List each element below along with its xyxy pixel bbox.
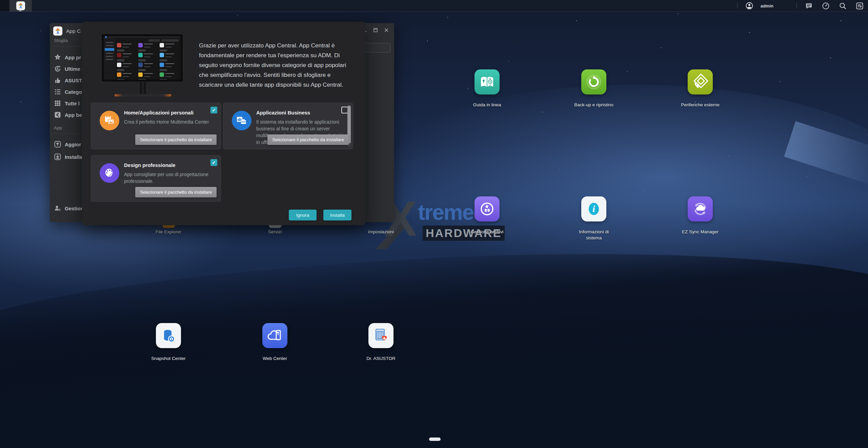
desktop-icon-label: Gestione archivi: [471, 229, 504, 235]
logged-in-user[interactable]: admin: [761, 3, 773, 8]
beta-apps-icon: [54, 111, 62, 119]
system-information-icon: i: [581, 196, 606, 221]
card-checkbox[interactable]: [210, 107, 217, 113]
business-icon: [232, 111, 251, 130]
user-management-icon: [54, 204, 62, 212]
monitor-stand: [140, 82, 146, 94]
svg-text:A: A: [19, 5, 22, 9]
web-center-icon: [262, 323, 287, 348]
asustor-logo-icon: A: [16, 1, 25, 10]
app-central-window-icon: A: [53, 26, 62, 36]
desktop-icon-external-devices[interactable]: Periferiche esterne: [678, 69, 722, 108]
desktop-icon-backup-restore[interactable]: Back-up e ripristino: [572, 69, 616, 108]
taskbar: A admin: [0, 0, 868, 12]
desktop-icon-ez-sync[interactable]: EZ Sync Manager: [678, 196, 722, 235]
ignore-button[interactable]: Ignora: [289, 210, 317, 220]
ez-sync-icon: [688, 196, 713, 221]
sidebar-header-browse: Sfoglia: [54, 38, 68, 43]
active-app-indicator: [19, 10, 22, 11]
design-icon: [100, 163, 119, 183]
close-icon[interactable]: [383, 27, 389, 33]
desktop-icon-system-information[interactable]: i Informazioni di sistema: [572, 196, 616, 241]
desktop-icon-web-center[interactable]: Web Center: [253, 323, 297, 362]
desktop-icon-label: Informazioni di sistema: [572, 229, 615, 241]
latest-apps-icon: A: [54, 65, 62, 73]
topbar-divider: [796, 3, 797, 8]
desktop-icon-online-help[interactable]: NS Guida in linea: [465, 69, 509, 108]
taskbar-app-central-tab[interactable]: A: [9, 0, 32, 12]
svg-text:A: A: [56, 67, 59, 71]
svg-text:N: N: [489, 78, 491, 80]
taskbar-reveal-handle[interactable]: [429, 438, 441, 441]
desktop-icon-label: Back-up e ripristino: [574, 102, 613, 108]
search-icon[interactable]: [839, 2, 847, 10]
monitor-base: [115, 94, 171, 97]
dr-asustor-icon: [368, 323, 393, 348]
updates-icon: [54, 140, 62, 148]
user-avatar-icon[interactable]: [745, 2, 753, 10]
dialog-intro-text: Grazie per aver utilizzato App Central. …: [199, 41, 353, 90]
topbar-divider: [737, 3, 738, 8]
desktop-icon-storage-manager[interactable]: Gestione archivi: [465, 196, 509, 235]
select-package-button[interactable]: Selezionare il pacchetto da installare: [135, 134, 217, 145]
category-card-home-personal[interactable]: Home/Applicazioni personali Crea il perf…: [91, 103, 221, 149]
desktop-icon-label: EZ Sync Manager: [682, 229, 719, 235]
sidebar-divider: [53, 133, 86, 134]
sidebar-header-app: App: [54, 125, 62, 130]
online-help-icon: NS: [475, 69, 500, 94]
desktop-icon-snapshot-center[interactable]: Snapshot Center: [146, 323, 190, 362]
external-devices-icon: [688, 69, 713, 94]
svg-text:S: S: [489, 84, 491, 86]
select-package-button[interactable]: Selezionare il pacchetto da installare: [135, 187, 217, 197]
categories-icon: [54, 88, 62, 96]
svg-text:1: 1: [57, 56, 59, 59]
notifications-icon[interactable]: [805, 2, 813, 10]
desktop-icon-label: File Explorer: [156, 229, 181, 235]
snapshot-center-icon: [156, 323, 181, 348]
all-apps-icon: [54, 99, 62, 107]
svg-text:i: i: [592, 204, 595, 214]
category-card-design[interactable]: Design professionale App consigliate per…: [91, 155, 221, 202]
asustor-recommended-icon: [54, 76, 62, 84]
desktop-icon-label: Periferiche esterne: [681, 102, 719, 108]
desktop-icon-label: Guida in linea: [473, 102, 501, 108]
install-button[interactable]: Installa: [323, 210, 351, 220]
sidebar-divider: [53, 46, 86, 46]
resource-monitor-icon[interactable]: [822, 2, 830, 10]
card-checkbox[interactable]: [341, 107, 348, 113]
category-card-business[interactable]: Applicazioni Business Il sistema sta ins…: [223, 103, 353, 149]
backup-restore-icon: [581, 69, 606, 94]
desktop-icon-label: Dr. ASUSTOR: [366, 356, 395, 362]
card-checkbox[interactable]: [210, 159, 217, 166]
desktop-icon-label: Impostazioni: [368, 229, 394, 235]
desktop-icon-dr-asustor[interactable]: Dr. ASUSTOR: [359, 323, 403, 362]
app-central-preview-illustration: [101, 34, 183, 82]
window-title: App C: [66, 28, 81, 34]
svg-text:A: A: [57, 30, 59, 35]
storage-manager-icon: [475, 196, 500, 221]
taskbar-corner: [0, 0, 9, 12]
select-package-button[interactable]: Selezionare il pacchetto da installare: [267, 134, 349, 145]
multimedia-icon: [100, 111, 119, 130]
preferences-icon[interactable]: [855, 2, 864, 10]
desktop-icon-label: Servizi: [268, 229, 282, 235]
maximize-icon[interactable]: [372, 27, 379, 33]
desktop-icon-label: Snapshot Center: [151, 356, 185, 362]
installed-icon: [54, 153, 62, 161]
app-central-welcome-dialog: Grazie per aver utilizzato App Central. …: [82, 22, 365, 225]
desktop-icon-label: Web Center: [263, 356, 287, 362]
top-apps-star-icon: 1: [54, 53, 62, 61]
